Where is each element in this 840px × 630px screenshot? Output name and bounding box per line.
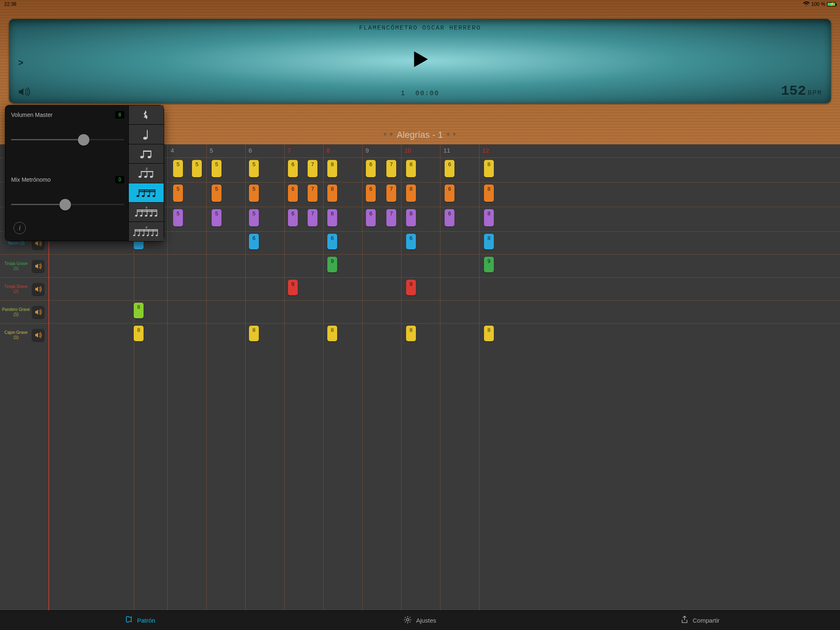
track-mute-button[interactable] — [32, 260, 44, 272]
svg-rect-14 — [141, 171, 153, 172]
svg-rect-32 — [142, 210, 142, 216]
master-volume-label: Volumen Master — [11, 112, 52, 118]
note[interactable]: 9 — [484, 257, 494, 272]
svg-rect-19 — [139, 189, 139, 196]
mix-metronome-value: 0 — [115, 176, 124, 183]
track-row: Tinaja Grave (1) — [0, 254, 525, 277]
deco-left: ✦✦ — [382, 131, 395, 138]
lcd-counter: 1 00:00 — [401, 90, 439, 97]
beat-header-11: 11 — [440, 144, 479, 158]
beat-header-12: 12 — [479, 144, 518, 158]
track-mute-button[interactable] — [32, 329, 44, 341]
subdivision-quarter[interactable] — [129, 125, 164, 144]
subdivision-sextuplet[interactable]: 6 — [129, 222, 164, 241]
svg-rect-34 — [151, 210, 152, 216]
status-time: 22:38 — [4, 1, 16, 7]
lcd-clock: 00:00 — [415, 90, 439, 97]
beat-header-6: 6 — [245, 144, 284, 158]
track-row: Tinaja Grave (2) — [0, 277, 525, 300]
info-button[interactable]: i — [14, 222, 26, 234]
svg-rect-6 — [143, 151, 151, 152]
subdivision-rest[interactable] — [129, 105, 164, 125]
status-bar: 22:38 100 % ⚡ — [0, 0, 525, 8]
track-row: Pandero Grave (1) — [0, 300, 525, 323]
svg-rect-51 — [135, 229, 158, 230]
svg-point-9 — [144, 176, 147, 178]
track-label: Pandero Grave (1) — [0, 301, 32, 323]
play-button[interactable] — [410, 49, 430, 71]
svg-point-2 — [140, 156, 144, 158]
note[interactable]: 8 — [406, 326, 416, 341]
subdivision-sixteenth[interactable] — [129, 183, 164, 203]
svg-rect-33 — [146, 210, 147, 216]
volume-popover: Volumen Master 8 Mix Metrónomo 0 i 356 — [5, 105, 164, 241]
svg-rect-23 — [139, 189, 155, 190]
note[interactable]: 8 — [484, 234, 494, 249]
subdivision-quintuplet[interactable]: 5 — [129, 203, 164, 222]
beat-header-7: 7 — [284, 144, 323, 158]
track-mute-button[interactable] — [32, 306, 44, 318]
mix-metronome-slider[interactable] — [11, 199, 124, 210]
svg-rect-1 — [147, 130, 148, 138]
subdivision-triplet[interactable]: 3 — [129, 164, 164, 183]
beat-header-5: 5 — [206, 144, 245, 158]
subdivision-column: 356 — [128, 105, 164, 241]
volume-button[interactable] — [18, 87, 30, 98]
svg-point-10 — [150, 176, 153, 178]
lcd-marker: > — [18, 58, 23, 68]
svg-rect-46 — [139, 229, 139, 235]
svg-rect-36 — [137, 210, 157, 210]
svg-text:5: 5 — [145, 206, 147, 210]
beat-header-8: 8 — [323, 144, 362, 158]
note[interactable]: 8 — [484, 326, 494, 341]
track-row: Cajon Grave (1) — [0, 323, 525, 346]
note[interactable]: 8 — [327, 326, 337, 341]
note[interactable]: 8 — [134, 326, 144, 341]
lcd-title: FLAMENCÓMETRO OSCAR HERRERO — [16, 23, 525, 32]
lcd-count: 1 — [401, 90, 406, 97]
svg-rect-37 — [137, 211, 157, 212]
note[interactable]: 8 — [134, 303, 144, 318]
track-label: Tinaja Grave (1) — [0, 255, 32, 277]
beat-header-9: 9 — [362, 144, 401, 158]
note[interactable]: 8 — [249, 326, 259, 341]
note[interactable]: 9 — [288, 280, 298, 295]
mix-metronome-label: Mix Metrónomo — [11, 176, 50, 183]
svg-rect-49 — [153, 229, 153, 235]
svg-point-8 — [138, 176, 141, 178]
deco-right: ✦✦ — [445, 131, 458, 138]
svg-rect-35 — [156, 210, 157, 216]
svg-rect-20 — [144, 189, 145, 196]
track-label: Cajon Grave (1) — [0, 324, 32, 346]
note[interactable]: 9 — [406, 280, 416, 295]
svg-rect-52 — [135, 231, 158, 231]
subdivision-eighth-pair[interactable] — [129, 144, 164, 164]
note[interactable]: 6 — [249, 234, 259, 249]
master-volume-value: 8 — [115, 111, 124, 119]
track-mute-button[interactable] — [32, 283, 44, 295]
svg-rect-45 — [135, 229, 135, 235]
beat-header-4: 4 — [167, 144, 206, 158]
svg-text:6: 6 — [145, 226, 147, 229]
svg-rect-21 — [149, 189, 150, 196]
lcd-panel: FLAMENCÓMETRO OSCAR HERRERO > 1 00:00 15… — [9, 19, 525, 103]
svg-text:3: 3 — [145, 167, 147, 171]
section-name: Alegrías - 1 — [397, 130, 443, 140]
note[interactable]: 9 — [327, 257, 337, 272]
svg-rect-24 — [139, 191, 155, 192]
note[interactable]: 6 — [406, 234, 416, 249]
track-label: Tinaja Grave (2) — [0, 278, 32, 300]
svg-rect-48 — [148, 229, 148, 235]
svg-rect-47 — [144, 229, 144, 235]
master-volume-slider[interactable] — [11, 134, 124, 146]
beat-header-10: 10 — [401, 144, 440, 158]
svg-point-3 — [148, 156, 151, 158]
svg-rect-22 — [155, 189, 155, 196]
svg-rect-50 — [157, 229, 158, 235]
note[interactable]: 6 — [327, 234, 337, 249]
svg-rect-31 — [137, 210, 137, 216]
svg-point-0 — [143, 137, 147, 139]
